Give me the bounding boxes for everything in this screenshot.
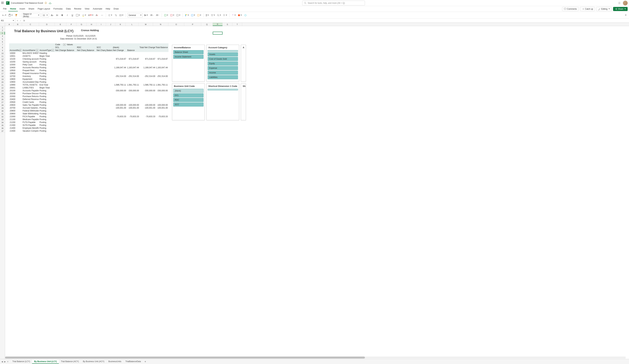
- account-type[interactable]: Posting: [39, 104, 55, 106]
- account-name[interactable]: LIABILITIES: [22, 87, 39, 89]
- menu-page-layout[interactable]: Page Layout: [36, 6, 52, 11]
- account-type[interactable]: Posting: [39, 101, 55, 104]
- column-header-G[interactable]: G: [76, 23, 87, 26]
- menu-home[interactable]: Home: [8, 6, 18, 11]
- sensitivity-button[interactable]: [237, 13, 242, 17]
- account-type[interactable]: Posting: [39, 130, 55, 132]
- account-no[interactable]: 21500: [9, 130, 22, 132]
- row-header-8[interactable]: 8: [0, 46, 5, 49]
- account-no[interactable]: 20500: [9, 101, 22, 104]
- decrease-font-button[interactable]: A▾: [55, 13, 59, 17]
- menu-insert[interactable]: Insert: [18, 6, 27, 11]
- fx-icon[interactable]: fx: [23, 19, 26, 22]
- row-header-11[interactable]: 11: [0, 55, 5, 58]
- select-all-corner[interactable]: [0, 23, 5, 26]
- account-no[interactable]: 10700: [9, 75, 22, 78]
- column-header-I[interactable]: I: [96, 23, 106, 26]
- column-header-K[interactable]: K: [115, 23, 126, 26]
- row-header-29[interactable]: 29: [0, 107, 5, 110]
- account-name[interactable]: Inventory: [22, 75, 39, 78]
- account-name[interactable]: Deferred Revenue: [22, 98, 39, 101]
- account-name[interactable]: Prepaid Insurance: [22, 72, 39, 75]
- account-name[interactable]: BALANCE SHEET: [22, 52, 39, 55]
- font-select[interactable]: Segoe UI (Body): [22, 13, 40, 17]
- column-header-R[interactable]: R: [213, 23, 223, 26]
- account-type[interactable]: Heading: [39, 52, 55, 55]
- cloud-sync-icon[interactable]: [48, 2, 51, 4]
- row-header-25[interactable]: 25: [0, 95, 5, 98]
- search-box[interactable]: Search for tools, help, and more (Alt + …: [302, 1, 365, 5]
- total-balance[interactable]: 671,016.67: [156, 58, 168, 60]
- menu-formulas[interactable]: Formulas: [52, 6, 64, 11]
- account-type[interactable]: Posting: [39, 75, 55, 78]
- blank-netchange[interactable]: 1,586,750.11: [112, 84, 127, 86]
- undo-button[interactable]: [1, 13, 7, 17]
- account-name[interactable]: Employee Benefits F: [22, 127, 39, 129]
- account-no[interactable]: 20700: [9, 107, 22, 109]
- row-header-23[interactable]: 23: [0, 89, 5, 92]
- column-header-T[interactable]: T: [232, 23, 242, 26]
- row-header-31[interactable]: 31: [0, 113, 5, 115]
- row-header-5[interactable]: 5: [0, 38, 5, 40]
- account-name[interactable]: TOTAL ASSETS: [22, 84, 39, 86]
- share-button[interactable]: Share: [613, 7, 628, 11]
- blank-netchange[interactable]: -330,000.00: [112, 89, 127, 92]
- decrease-decimal-button[interactable]: .00: [155, 13, 160, 17]
- increase-decimal-button[interactable]: .00: [150, 13, 154, 17]
- column-header-N[interactable]: N: [153, 23, 168, 26]
- total-balance[interactable]: -330,000.00: [156, 89, 168, 92]
- column-header-L[interactable]: L: [126, 23, 139, 26]
- account-name[interactable]: FICA Payable: [22, 115, 39, 118]
- account-no[interactable]: 21100: [9, 118, 22, 121]
- sort-filter-button[interactable]: [210, 13, 215, 17]
- avatar[interactable]: [623, 1, 628, 5]
- row-header-26[interactable]: 26: [0, 98, 5, 101]
- account-name[interactable]: Equipment: [22, 78, 39, 80]
- menu-file[interactable]: File: [1, 6, 8, 11]
- blank-balance[interactable]: -70,833.33: [127, 115, 140, 118]
- column-header-B[interactable]: B: [13, 23, 22, 26]
- menu-automate[interactable]: Automate: [91, 6, 104, 11]
- row-header-9[interactable]: 9: [0, 49, 5, 52]
- account-type[interactable]: Posting: [39, 127, 55, 129]
- gear-icon[interactable]: [618, 1, 621, 4]
- column-header-D[interactable]: D: [39, 23, 55, 26]
- menu-help[interactable]: Help: [104, 6, 112, 11]
- total-netchange[interactable]: -70,833.33: [141, 115, 156, 118]
- align-button[interactable]: [108, 13, 113, 17]
- wrap-text-button[interactable]: [114, 13, 118, 17]
- account-no[interactable]: 20900: [9, 113, 22, 115]
- account-type[interactable]: Posting: [39, 124, 55, 126]
- account-name[interactable]: Accounts Payable: [22, 89, 39, 92]
- copilot-button[interactable]: [243, 13, 247, 17]
- account-no[interactable]: 21300: [9, 124, 22, 126]
- blank-balance[interactable]: 1,163,047.44: [127, 66, 140, 69]
- account-no[interactable]: 20800: [9, 110, 22, 112]
- blank-balance[interactable]: 671,016.67: [127, 58, 140, 60]
- total-netchange[interactable]: 1,586,750.11: [141, 84, 156, 86]
- row-header-33[interactable]: 33: [0, 118, 5, 121]
- underline-button[interactable]: U: [70, 13, 74, 17]
- row-header-6[interactable]: 6: [0, 40, 5, 43]
- fill-color-button[interactable]: [82, 13, 87, 17]
- conditional-format-button[interactable]: [184, 13, 189, 17]
- row-header-16[interactable]: 16: [0, 69, 5, 72]
- blank-netchange[interactable]: -100,001.00: [112, 107, 127, 109]
- account-type[interactable]: Begin-Total: [39, 55, 55, 57]
- account-no[interactable]: 20600: [9, 104, 22, 106]
- account-type[interactable]: Posting: [39, 72, 55, 75]
- account-type[interactable]: Posting: [39, 81, 55, 83]
- account-no[interactable]: 10200: [9, 61, 22, 63]
- total-netchange[interactable]: -330,000.00: [141, 89, 156, 92]
- account-type[interactable]: Posting: [39, 113, 55, 115]
- star-icon[interactable]: [44, 2, 47, 4]
- row-header-AccountNu[interactable]: AccountNu▾: [9, 49, 22, 52]
- row-header-30[interactable]: 30: [0, 110, 5, 113]
- format-cells-button[interactable]: [176, 13, 181, 17]
- row-header-15[interactable]: 15: [0, 66, 5, 69]
- row-header-22[interactable]: 22: [0, 87, 5, 89]
- account-type[interactable]: Begin-Total: [39, 87, 55, 89]
- row-header-20[interactable]: 20: [0, 81, 5, 84]
- accept-formula-icon[interactable]: ✓: [20, 19, 21, 22]
- account-name[interactable]: Purchase Discounts: [22, 92, 39, 95]
